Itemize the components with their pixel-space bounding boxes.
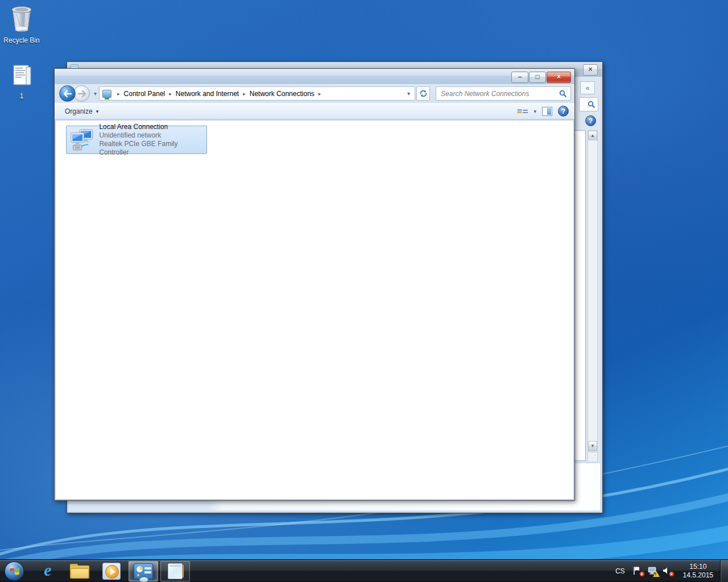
search-box[interactable] [436,86,571,101]
back-arrow-icon [63,90,72,97]
network-connections-window[interactable]: – □ × ▾ ▸ Control Panel ▸ [54,68,575,501]
breadcrumb-separator-icon[interactable]: ▸ [239,91,250,97]
background-window-help-button[interactable]: ? [585,115,596,126]
taskbar-clock[interactable]: 15:10 14.5.2015 [675,563,720,580]
action-center-tray-icon[interactable]: × [632,566,644,576]
folder-icon [70,564,89,579]
refresh-button[interactable] [416,86,430,101]
start-button[interactable] [5,562,24,581]
connection-device: Realtek PCIe GBE Family Controller [99,140,203,157]
navigation-bar: ▾ ▸ Control Panel ▸ Network and Internet… [55,84,574,103]
desktop-icon-recycle-bin[interactable]: Recycle Bin [0,5,43,44]
preview-pane-icon[interactable] [542,107,552,116]
taskbar-internet-explorer[interactable]: e [36,561,59,581]
titlebar[interactable]: – □ × [55,69,574,84]
connection-item-text: Local Area Connection Unidentified netwo… [99,123,203,157]
breadcrumb-separator-icon[interactable]: ▸ [315,91,325,97]
forward-button-disabled[interactable] [73,85,90,102]
muted-badge-icon: × [669,571,675,577]
scroll-up-button[interactable]: ▲ [588,131,597,140]
recent-pages-chevron[interactable]: ▾ [94,90,97,97]
system-tray: CS × × [610,560,728,582]
taskbar-media-player[interactable] [100,561,123,581]
close-button[interactable]: × [547,72,571,83]
organize-button[interactable]: Organize ▾ [60,106,103,117]
toolbar-right-group: ▾ ? [518,106,569,117]
warning-badge-icon [653,571,660,577]
volume-tray-icon[interactable]: × [662,566,673,576]
language-indicator[interactable]: CS [610,567,631,575]
notepad-icon [168,563,183,579]
chevron-down-icon: ▾ [96,109,99,114]
connection-status: Unidentified network [99,131,203,140]
scroll-down-button[interactable]: ▼ [588,441,597,451]
background-window-button-fragment[interactable]: « [580,81,595,94]
media-player-icon [102,563,121,580]
file-list-area[interactable]: Local Area Connection Unidentified netwo… [56,120,573,499]
network-tray-icon[interactable] [647,566,659,576]
refresh-icon [419,89,428,98]
window-controls: – □ × [511,72,571,83]
control-panel-icon [134,563,153,579]
connection-name: Local Area Connection [99,123,203,131]
back-button[interactable] [59,85,76,102]
clock-date: 14.5.2015 [683,571,713,580]
desktop-icon-file-1[interactable]: 1 [0,64,43,100]
recycle-bin-icon [9,5,35,33]
desktop-icon-label: Recycle Bin [0,36,43,44]
resize-grip[interactable]: ⋰ [588,452,598,462]
connection-item-local-area[interactable]: Local Area Connection Unidentified netwo… [66,126,207,154]
forward-arrow-icon [77,90,86,97]
desktop-icon-label: 1 [0,92,43,100]
internet-explorer-icon: e [44,560,51,580]
breadcrumb-network-and-internet[interactable]: Network and Internet [176,90,239,98]
taskbar-control-panel-active[interactable] [129,561,158,581]
breadcrumb-control-panel[interactable]: Control Panel [124,90,166,98]
windows-logo-icon [10,567,19,576]
background-window-search-fragment[interactable] [579,97,598,111]
breadcrumb-network-connections[interactable]: Network Connections [250,90,315,98]
minimize-button[interactable]: – [511,72,528,83]
background-window-scrollbar[interactable]: ▲ ▼ [588,130,598,451]
network-adapter-icon [70,128,94,152]
show-desktop-button[interactable] [720,560,728,582]
search-icon [588,101,595,109]
organize-label: Organize [65,107,93,115]
search-icon[interactable] [559,90,567,98]
taskbar: e CS × [0,559,728,582]
breadcrumb-separator-icon: ▸ [113,91,124,97]
desktop: Recycle Bin 1 × « [0,0,728,582]
text-file-icon [9,64,34,89]
network-connections-folder-icon [102,90,111,98]
views-chevron-icon[interactable]: ▾ [533,109,536,114]
background-window-close-button[interactable]: × [583,64,598,76]
change-view-icon[interactable] [518,107,528,116]
address-bar[interactable]: ▸ Control Panel ▸ Network and Internet ▸… [99,86,415,101]
search-input[interactable] [436,88,559,99]
taskbar-windows-explorer[interactable] [68,561,91,581]
help-button[interactable]: ? [558,106,569,117]
maximize-button[interactable]: □ [529,72,546,83]
command-toolbar: Organize ▾ ▾ ? [55,103,574,119]
address-dropdown-chevron[interactable]: ▾ [404,90,413,97]
error-badge-icon: × [639,571,645,577]
taskbar-notepad-running[interactable] [160,561,190,581]
breadcrumb-separator-icon[interactable]: ▸ [165,91,176,97]
clock-time: 15:10 [683,563,713,571]
